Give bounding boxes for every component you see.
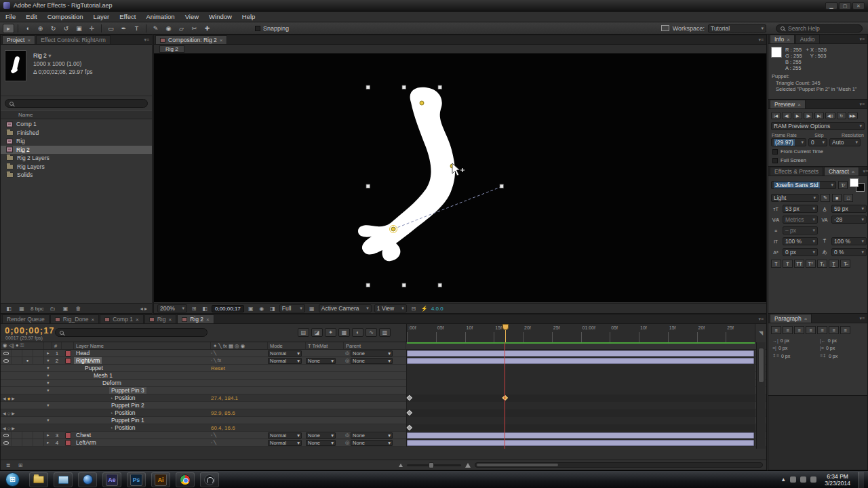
property-name[interactable]: Position (113, 424, 137, 431)
add-keyframe-icon[interactable]: ◇ (7, 411, 11, 415)
type-style-button-1[interactable]: T (783, 260, 793, 268)
puppet-pin-tool-icon[interactable]: ✚ (201, 24, 213, 33)
timeline-search-input[interactable] (55, 328, 208, 337)
paragraph-field-5[interactable]: ≡↧0 px (820, 353, 863, 359)
taskbar-chrome[interactable] (176, 472, 195, 487)
tab-info[interactable]: Info× (770, 35, 795, 43)
taskbar-browser[interactable] (78, 472, 97, 487)
region-of-interest-icon[interactable]: ▦ (308, 306, 316, 312)
clone-stamp-tool-icon[interactable]: ◉ (163, 24, 174, 33)
draft-3d-icon[interactable]: ◪ (311, 328, 323, 337)
timeline-row-position-6[interactable]: ◀◆▶◔Position27.4, 184.1 (1, 394, 766, 402)
menu-view[interactable]: View (185, 13, 199, 20)
view-layout-select[interactable]: 1 View▾ (374, 304, 407, 312)
scroll-arrows[interactable]: ◂ ▸ (140, 306, 148, 312)
paragraph-field-4[interactable]: ↥≡0 px (772, 353, 816, 359)
align-left-button[interactable]: ≡ (771, 326, 781, 334)
timeline-row-mesh-1-3[interactable]: ▾Mesh 1 (1, 372, 766, 380)
tab-preview[interactable]: Preview× (770, 100, 806, 108)
leading-select[interactable]: 59 px▾ (831, 205, 867, 213)
track-area[interactable] (406, 402, 755, 409)
panel-menu-icon[interactable]: ▾≡ (856, 102, 867, 107)
type-style-button-4[interactable]: T₁ (817, 260, 827, 268)
font-size-select[interactable]: 53 px▾ (783, 205, 818, 213)
vertical-scale-select[interactable]: 100 %▾ (783, 237, 818, 245)
brush-tool-icon[interactable]: ✎ (150, 24, 161, 33)
project-item-name[interactable]: Rig 2 (33, 52, 47, 59)
paragraph-field-2[interactable]: ≡|0 px (772, 346, 816, 350)
next-keyframe-icon[interactable]: ▶ (12, 426, 15, 430)
layer-duration-bar[interactable] (407, 350, 754, 357)
bit-depth-button[interactable]: 8 bpc (31, 306, 44, 312)
mode-select[interactable]: Normal▾ (268, 350, 302, 357)
taskbar-folder[interactable] (29, 472, 48, 487)
mode-select[interactable]: Normal▾ (268, 432, 302, 439)
track-area[interactable] (406, 372, 755, 380)
solo-toggle[interactable]: ● (22, 357, 33, 364)
close-icon[interactable]: × (804, 316, 808, 322)
taskbar-obs[interactable] (200, 472, 219, 487)
close-icon[interactable]: × (136, 317, 139, 323)
composition-viewer[interactable] (154, 54, 766, 302)
taskbar-clock[interactable]: 6:34 PM 3/23/2014 (821, 473, 854, 487)
tab-paragraph[interactable]: Paragraph× (770, 314, 812, 323)
paragraph-field-3[interactable]: |≡0 px (820, 346, 863, 350)
property-name[interactable]: Puppet Pin 3 (109, 387, 146, 394)
trkmat-select[interactable]: None▾ (306, 440, 336, 446)
trkmat-column-header[interactable]: T TrkMat (306, 342, 344, 349)
audio-toggle[interactable] (12, 357, 22, 364)
pickwhip-icon[interactable]: ◎ (345, 440, 349, 445)
orbit-tool-icon[interactable]: ↻ (47, 24, 59, 33)
keyframe-navigator[interactable]: ◀◆▶ (1, 396, 15, 401)
tab-audio[interactable]: Audio (795, 35, 820, 43)
tracking-select[interactable]: -28▾ (831, 216, 867, 224)
selection-tool-icon[interactable]: ▸ (3, 24, 14, 33)
keyframe-diamond[interactable] (407, 410, 412, 415)
project-name-column-header[interactable]: Name (1, 110, 152, 119)
parent-column-header[interactable]: Parent (344, 342, 406, 349)
proxy-icon[interactable]: ▦ (18, 306, 26, 312)
timeline-row-puppet-2[interactable]: ▾PuppetReset (1, 365, 766, 372)
track-area[interactable] (406, 394, 755, 402)
minimize-button[interactable]: ▁ (825, 2, 837, 9)
faux-italic-icon[interactable]: T∕ (838, 181, 848, 189)
paragraph-field-0[interactable]: →|0 px (772, 338, 816, 343)
lock-toggle[interactable] (33, 432, 44, 439)
twirl-icon[interactable]: ▾ (44, 373, 52, 378)
ram-preview-options-select[interactable]: RAM Preview Options▾ (771, 122, 865, 130)
property-value[interactable]: 60.4, 16.6 (211, 425, 235, 431)
pickwhip-icon[interactable]: ◎ (345, 350, 349, 356)
track-area[interactable] (406, 365, 755, 372)
property-name[interactable]: Mesh 1 (92, 372, 115, 379)
pickwhip-icon[interactable]: ◎ (345, 358, 349, 363)
project-item-comp-1[interactable]: Comp 1 (1, 120, 152, 129)
justify-last-left-button[interactable]: ≡ (806, 326, 816, 334)
play-button[interactable]: ▶ (793, 112, 802, 119)
first-frame-button[interactable]: |◀ (771, 112, 781, 119)
full-screen-checkbox[interactable]: Full Screen (768, 156, 867, 165)
visibility-toggle[interactable] (1, 432, 12, 439)
layer-duration-bar[interactable] (407, 358, 754, 364)
layer-name[interactable]: LeftArm (74, 439, 98, 446)
comp-flowchart-icon[interactable]: ▤ (298, 328, 309, 337)
show-snapshot-icon[interactable]: ◉ (258, 306, 266, 312)
layer-color-chip[interactable] (65, 350, 71, 357)
lock-toggle[interactable] (33, 350, 44, 357)
frame-rate-select[interactable]: (29.97)▾ (771, 138, 806, 146)
close-icon[interactable]: × (220, 37, 223, 43)
type-style-button-0[interactable]: T (771, 260, 781, 268)
close-icon[interactable]: × (787, 37, 790, 43)
layer-name[interactable]: RightArm (74, 357, 102, 364)
preview-resolution-select[interactable]: Auto▾ (829, 138, 861, 146)
add-keyframe-icon[interactable]: ◆ (7, 396, 11, 401)
close-icon[interactable]: × (92, 317, 95, 323)
panel-menu-icon[interactable]: ▾≡ (856, 37, 867, 42)
stroke-width-select[interactable]: – px▾ (783, 226, 818, 235)
visibility-toggle[interactable] (1, 350, 12, 357)
track-area[interactable] (406, 432, 755, 439)
tab-composition-rig-2[interactable]: Composition: Rig 2 × (155, 35, 227, 44)
panel-menu-icon[interactable]: ▾≡ (755, 317, 766, 322)
roto-brush-tool-icon[interactable]: ✂ (189, 24, 200, 33)
twirl-icon[interactable]: ▾ (44, 365, 52, 371)
set-black-icon[interactable]: ■ (832, 194, 842, 202)
